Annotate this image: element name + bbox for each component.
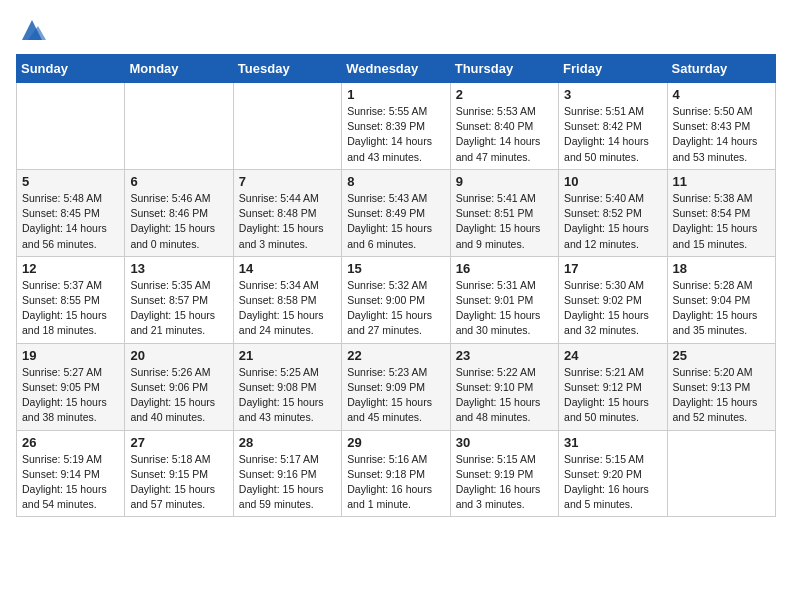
day-number: 1 <box>347 87 444 102</box>
day-cell: 19Sunrise: 5:27 AM Sunset: 9:05 PM Dayli… <box>17 343 125 430</box>
day-cell: 6Sunrise: 5:46 AM Sunset: 8:46 PM Daylig… <box>125 169 233 256</box>
day-info: Sunrise: 5:26 AM Sunset: 9:06 PM Dayligh… <box>130 365 227 426</box>
logo-icon <box>18 16 46 44</box>
day-number: 26 <box>22 435 119 450</box>
weekday-header-row: SundayMondayTuesdayWednesdayThursdayFrid… <box>17 55 776 83</box>
day-info: Sunrise: 5:25 AM Sunset: 9:08 PM Dayligh… <box>239 365 336 426</box>
day-cell: 8Sunrise: 5:43 AM Sunset: 8:49 PM Daylig… <box>342 169 450 256</box>
day-cell: 16Sunrise: 5:31 AM Sunset: 9:01 PM Dayli… <box>450 256 558 343</box>
day-cell: 22Sunrise: 5:23 AM Sunset: 9:09 PM Dayli… <box>342 343 450 430</box>
page-header <box>16 16 776 44</box>
day-number: 22 <box>347 348 444 363</box>
week-row-5: 26Sunrise: 5:19 AM Sunset: 9:14 PM Dayli… <box>17 430 776 517</box>
day-cell: 27Sunrise: 5:18 AM Sunset: 9:15 PM Dayli… <box>125 430 233 517</box>
day-number: 21 <box>239 348 336 363</box>
day-cell: 31Sunrise: 5:15 AM Sunset: 9:20 PM Dayli… <box>559 430 667 517</box>
day-info: Sunrise: 5:35 AM Sunset: 8:57 PM Dayligh… <box>130 278 227 339</box>
day-number: 5 <box>22 174 119 189</box>
day-info: Sunrise: 5:53 AM Sunset: 8:40 PM Dayligh… <box>456 104 553 165</box>
day-cell: 3Sunrise: 5:51 AM Sunset: 8:42 PM Daylig… <box>559 83 667 170</box>
day-cell <box>125 83 233 170</box>
day-info: Sunrise: 5:40 AM Sunset: 8:52 PM Dayligh… <box>564 191 661 252</box>
day-info: Sunrise: 5:27 AM Sunset: 9:05 PM Dayligh… <box>22 365 119 426</box>
day-number: 6 <box>130 174 227 189</box>
day-info: Sunrise: 5:32 AM Sunset: 9:00 PM Dayligh… <box>347 278 444 339</box>
day-cell: 2Sunrise: 5:53 AM Sunset: 8:40 PM Daylig… <box>450 83 558 170</box>
day-info: Sunrise: 5:28 AM Sunset: 9:04 PM Dayligh… <box>673 278 770 339</box>
day-cell: 23Sunrise: 5:22 AM Sunset: 9:10 PM Dayli… <box>450 343 558 430</box>
day-number: 15 <box>347 261 444 276</box>
day-number: 8 <box>347 174 444 189</box>
day-info: Sunrise: 5:50 AM Sunset: 8:43 PM Dayligh… <box>673 104 770 165</box>
week-row-3: 12Sunrise: 5:37 AM Sunset: 8:55 PM Dayli… <box>17 256 776 343</box>
day-number: 17 <box>564 261 661 276</box>
day-cell <box>17 83 125 170</box>
day-cell: 30Sunrise: 5:15 AM Sunset: 9:19 PM Dayli… <box>450 430 558 517</box>
day-cell: 25Sunrise: 5:20 AM Sunset: 9:13 PM Dayli… <box>667 343 775 430</box>
day-info: Sunrise: 5:19 AM Sunset: 9:14 PM Dayligh… <box>22 452 119 513</box>
day-number: 4 <box>673 87 770 102</box>
day-cell: 12Sunrise: 5:37 AM Sunset: 8:55 PM Dayli… <box>17 256 125 343</box>
day-number: 3 <box>564 87 661 102</box>
day-info: Sunrise: 5:30 AM Sunset: 9:02 PM Dayligh… <box>564 278 661 339</box>
day-cell: 29Sunrise: 5:16 AM Sunset: 9:18 PM Dayli… <box>342 430 450 517</box>
day-cell: 17Sunrise: 5:30 AM Sunset: 9:02 PM Dayli… <box>559 256 667 343</box>
day-number: 9 <box>456 174 553 189</box>
day-info: Sunrise: 5:22 AM Sunset: 9:10 PM Dayligh… <box>456 365 553 426</box>
day-info: Sunrise: 5:21 AM Sunset: 9:12 PM Dayligh… <box>564 365 661 426</box>
day-number: 23 <box>456 348 553 363</box>
day-number: 2 <box>456 87 553 102</box>
week-row-1: 1Sunrise: 5:55 AM Sunset: 8:39 PM Daylig… <box>17 83 776 170</box>
day-number: 14 <box>239 261 336 276</box>
day-cell: 21Sunrise: 5:25 AM Sunset: 9:08 PM Dayli… <box>233 343 341 430</box>
weekday-header-sunday: Sunday <box>17 55 125 83</box>
day-info: Sunrise: 5:41 AM Sunset: 8:51 PM Dayligh… <box>456 191 553 252</box>
day-info: Sunrise: 5:20 AM Sunset: 9:13 PM Dayligh… <box>673 365 770 426</box>
day-info: Sunrise: 5:31 AM Sunset: 9:01 PM Dayligh… <box>456 278 553 339</box>
day-number: 20 <box>130 348 227 363</box>
day-cell <box>233 83 341 170</box>
day-info: Sunrise: 5:44 AM Sunset: 8:48 PM Dayligh… <box>239 191 336 252</box>
day-info: Sunrise: 5:15 AM Sunset: 9:20 PM Dayligh… <box>564 452 661 513</box>
day-info: Sunrise: 5:46 AM Sunset: 8:46 PM Dayligh… <box>130 191 227 252</box>
week-row-4: 19Sunrise: 5:27 AM Sunset: 9:05 PM Dayli… <box>17 343 776 430</box>
day-number: 31 <box>564 435 661 450</box>
day-cell: 1Sunrise: 5:55 AM Sunset: 8:39 PM Daylig… <box>342 83 450 170</box>
day-info: Sunrise: 5:17 AM Sunset: 9:16 PM Dayligh… <box>239 452 336 513</box>
calendar-table: SundayMondayTuesdayWednesdayThursdayFrid… <box>16 54 776 517</box>
day-cell: 14Sunrise: 5:34 AM Sunset: 8:58 PM Dayli… <box>233 256 341 343</box>
day-info: Sunrise: 5:23 AM Sunset: 9:09 PM Dayligh… <box>347 365 444 426</box>
day-info: Sunrise: 5:43 AM Sunset: 8:49 PM Dayligh… <box>347 191 444 252</box>
day-cell: 11Sunrise: 5:38 AM Sunset: 8:54 PM Dayli… <box>667 169 775 256</box>
day-number: 11 <box>673 174 770 189</box>
weekday-header-monday: Monday <box>125 55 233 83</box>
day-cell: 7Sunrise: 5:44 AM Sunset: 8:48 PM Daylig… <box>233 169 341 256</box>
day-number: 12 <box>22 261 119 276</box>
day-cell: 15Sunrise: 5:32 AM Sunset: 9:00 PM Dayli… <box>342 256 450 343</box>
day-info: Sunrise: 5:34 AM Sunset: 8:58 PM Dayligh… <box>239 278 336 339</box>
weekday-header-thursday: Thursday <box>450 55 558 83</box>
day-info: Sunrise: 5:38 AM Sunset: 8:54 PM Dayligh… <box>673 191 770 252</box>
day-cell: 26Sunrise: 5:19 AM Sunset: 9:14 PM Dayli… <box>17 430 125 517</box>
weekday-header-saturday: Saturday <box>667 55 775 83</box>
day-cell: 4Sunrise: 5:50 AM Sunset: 8:43 PM Daylig… <box>667 83 775 170</box>
day-info: Sunrise: 5:48 AM Sunset: 8:45 PM Dayligh… <box>22 191 119 252</box>
weekday-header-wednesday: Wednesday <box>342 55 450 83</box>
day-cell: 18Sunrise: 5:28 AM Sunset: 9:04 PM Dayli… <box>667 256 775 343</box>
day-info: Sunrise: 5:16 AM Sunset: 9:18 PM Dayligh… <box>347 452 444 513</box>
day-number: 7 <box>239 174 336 189</box>
day-number: 13 <box>130 261 227 276</box>
day-cell: 5Sunrise: 5:48 AM Sunset: 8:45 PM Daylig… <box>17 169 125 256</box>
day-cell: 20Sunrise: 5:26 AM Sunset: 9:06 PM Dayli… <box>125 343 233 430</box>
logo <box>16 16 46 44</box>
day-number: 18 <box>673 261 770 276</box>
day-cell: 9Sunrise: 5:41 AM Sunset: 8:51 PM Daylig… <box>450 169 558 256</box>
day-info: Sunrise: 5:37 AM Sunset: 8:55 PM Dayligh… <box>22 278 119 339</box>
weekday-header-tuesday: Tuesday <box>233 55 341 83</box>
day-cell: 28Sunrise: 5:17 AM Sunset: 9:16 PM Dayli… <box>233 430 341 517</box>
day-number: 29 <box>347 435 444 450</box>
day-cell: 13Sunrise: 5:35 AM Sunset: 8:57 PM Dayli… <box>125 256 233 343</box>
weekday-header-friday: Friday <box>559 55 667 83</box>
day-number: 25 <box>673 348 770 363</box>
day-info: Sunrise: 5:18 AM Sunset: 9:15 PM Dayligh… <box>130 452 227 513</box>
